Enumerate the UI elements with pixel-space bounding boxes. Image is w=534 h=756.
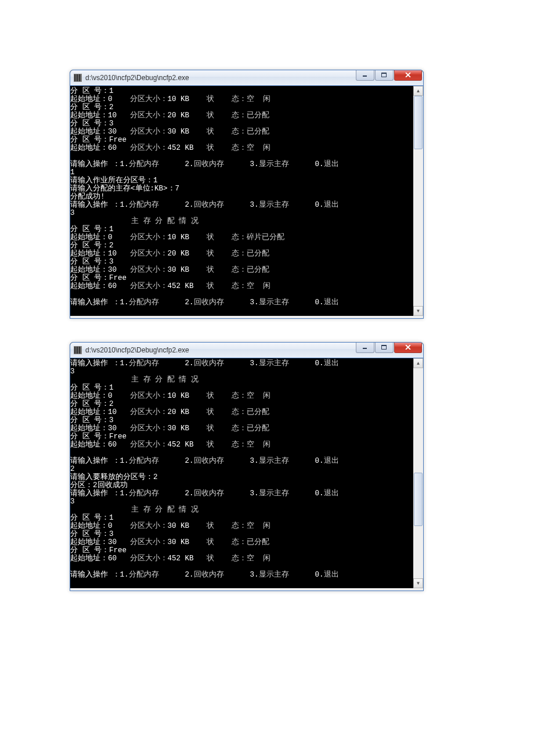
text-segment: 30 KB: [168, 424, 190, 433]
text-segment: 回收内存: [194, 489, 250, 498]
console-line: 起始地址：10 分区大小：20 KB 状 态：已分配: [70, 408, 413, 416]
text-segment: 分 区 号：: [70, 258, 109, 266]
text-segment: 3.: [250, 359, 259, 368]
console-line: 主 存 分 配 情 况: [70, 506, 413, 514]
text-segment: 起始地址：: [70, 538, 108, 546]
close-button[interactable]: [394, 342, 422, 353]
text-segment: 10: [108, 408, 117, 416]
text-segment: 2: [109, 103, 114, 111]
text-segment: 3: [70, 368, 75, 376]
text-segment: 回收内存: [194, 571, 250, 579]
scroll-down-button[interactable]: ▼: [413, 578, 423, 588]
text-segment: 显示主存: [259, 457, 315, 465]
text-segment: 2.: [185, 571, 194, 579]
text-segment: 30: [108, 266, 117, 274]
text-segment: 起始地址：: [70, 424, 108, 433]
console-line: 起始地址：30 分区大小：30 KB 状 态：已分配: [70, 128, 413, 136]
console-line: 分 区 号：1: [70, 87, 413, 95]
svg-rect-5: [381, 345, 387, 346]
text-segment: 3.: [250, 457, 259, 465]
text-segment: 分区大小：: [113, 233, 168, 242]
text-segment: 3: [109, 120, 114, 128]
text-segment: 3.: [250, 489, 259, 498]
console-line: 分 区 号：Free: [70, 433, 413, 441]
text-segment: Free: [109, 136, 127, 144]
text-segment: 30: [108, 424, 117, 433]
text-segment: 2: [93, 481, 98, 489]
scroll-track[interactable]: [413, 96, 423, 306]
text-segment: 起始地址：: [70, 144, 108, 152]
text-segment: 分配内存: [129, 359, 185, 368]
text-segment: 起始地址：: [70, 522, 108, 530]
text-segment: 2.: [185, 160, 194, 168]
text-segment: 起始地址：: [70, 266, 108, 274]
console-line: 起始地址：30 分区大小：30 KB 状 态：已分配: [70, 538, 413, 546]
minimize-button[interactable]: [356, 342, 374, 353]
text-segment: 请输入操作 ：: [70, 201, 120, 209]
titlebar[interactable]: d:\vs2010\ncfp2\Debug\ncfp2.exe: [70, 70, 423, 86]
console-line: [70, 563, 413, 571]
vertical-scrollbar[interactable]: ▲▼: [413, 358, 423, 588]
text-segment: 60: [108, 441, 117, 449]
console-line: 请输入操作 ：1.分配内存 2.回收内存 3.显示主存 0.退出: [70, 489, 413, 498]
text-segment: 分 区 号：: [70, 530, 109, 538]
console-line: 分 区 号：3: [70, 416, 413, 424]
text-segment: 3.: [250, 160, 259, 168]
console-line: 请输入作业所在分区号：1: [70, 177, 413, 185]
window-controls: [356, 342, 422, 353]
console-line: 起始地址：60 分区大小：452 KB 状 态：空 闲: [70, 441, 413, 449]
console-line: 起始地址：10 分区大小：20 KB 状 态：已分配: [70, 111, 413, 120]
scroll-thumb[interactable]: [414, 473, 423, 526]
console-line: 主 存 分 配 情 况: [70, 217, 413, 225]
text-segment: Free: [109, 433, 127, 441]
text-segment: 退出: [324, 359, 339, 368]
scroll-thumb[interactable]: [414, 96, 423, 149]
console-line: 起始地址：0 分区大小：10 KB 状 态：空 闲: [70, 392, 413, 400]
close-icon: [405, 345, 411, 350]
console-line: 3: [70, 498, 413, 506]
text-segment: 请输入操作 ：: [70, 489, 120, 498]
app-icon: [74, 346, 82, 354]
titlebar[interactable]: d:\vs2010\ncfp2\Debug\ncfp2.exe: [70, 343, 423, 358]
vertical-scrollbar[interactable]: ▲▼: [413, 86, 423, 316]
scroll-up-button[interactable]: ▲: [413, 86, 423, 96]
text-segment: 回收成功: [98, 481, 128, 489]
text-segment: 0: [108, 95, 113, 103]
minimize-icon: [362, 345, 368, 350]
window-controls: [356, 70, 422, 81]
text-segment: 1.: [120, 298, 129, 307]
maximize-button[interactable]: [375, 70, 394, 81]
text-segment: 起始地址：: [70, 111, 108, 120]
maximize-button[interactable]: [375, 342, 394, 353]
console-line: 主 存 分 配 情 况: [70, 376, 413, 384]
text-segment: 分 区 号：: [70, 242, 109, 250]
text-segment: 0.: [315, 359, 324, 368]
text-segment: 20 KB: [168, 408, 190, 416]
text-segment: 1: [153, 177, 158, 185]
console-line: 起始地址：60 分区大小：452 KB 状 态：空 闲: [70, 555, 413, 563]
chevron-down-icon: ▼: [416, 581, 421, 586]
console-output[interactable]: 请输入操作 ：1.分配内存 2.回收内存 3.显示主存 0.退出3 主 存 分 …: [70, 358, 413, 588]
text-segment: 分区大小：: [113, 95, 168, 103]
text-segment: 2.: [185, 457, 194, 465]
window-title: d:\vs2010\ncfp2\Debug\ncfp2.exe: [85, 346, 356, 354]
scroll-down-button[interactable]: ▼: [413, 306, 423, 316]
text-segment: 2.: [185, 359, 194, 368]
text-segment: 452 KB: [168, 441, 194, 449]
minimize-button[interactable]: [356, 70, 374, 81]
console-line: 请输入操作 ：1.分配内存 2.回收内存 3.显示主存 0.退出: [70, 571, 413, 579]
text-segment: 1.: [120, 160, 129, 168]
console-line: 起始地址：0 分区大小：30 KB 状 态：空 闲: [70, 522, 413, 530]
scroll-up-button[interactable]: ▲: [413, 358, 423, 368]
text-segment: 60: [108, 555, 117, 563]
text-segment: 状 态：已分配: [189, 424, 269, 433]
scroll-track[interactable]: [413, 368, 423, 578]
console-line: 2: [70, 465, 413, 473]
console-output[interactable]: 分 区 号：1起始地址：0 分区大小：10 KB 状 态：空 闲分 区 号：2起…: [70, 86, 413, 316]
close-button[interactable]: [394, 70, 422, 81]
chevron-up-icon: ▲: [416, 361, 421, 366]
text-segment: 分区：: [70, 481, 93, 489]
text-segment: 显示主存: [259, 201, 315, 209]
text-segment: 状 态：空 闲: [194, 282, 271, 290]
text-segment: 60: [108, 282, 117, 290]
